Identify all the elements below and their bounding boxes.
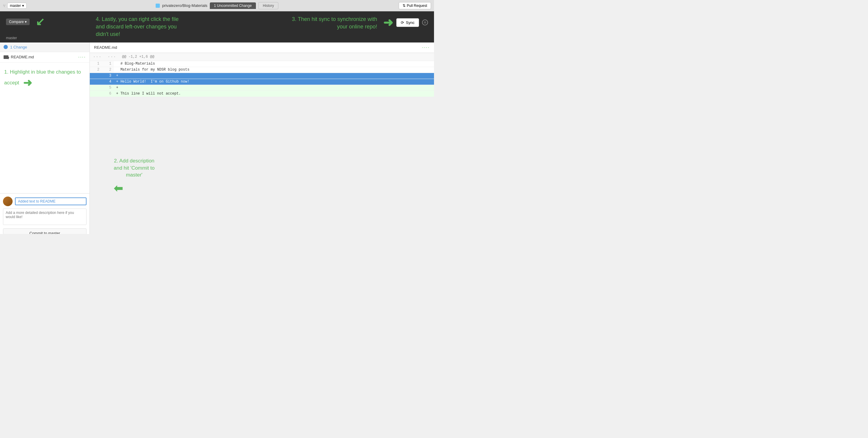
commit-summary-row <box>3 196 87 206</box>
line-num-old-2: 2 <box>90 67 102 73</box>
master-label: master <box>6 36 17 40</box>
diff-area: README.md ···· ··· ··· @@ -1,2 +1,6 @@ 1… <box>90 42 434 234</box>
file-list-item[interactable]: README.md ···· <box>0 52 90 63</box>
step4-annotation: 4. Lastly, you can right click the file … <box>90 15 194 38</box>
diff-header: README.md ···· <box>90 42 434 53</box>
step3-annotation: 3. Then hit sync to synchronize with you… <box>287 15 377 31</box>
pull-request-label: Pull Request <box>407 4 427 8</box>
line-num-old-1: 1 <box>90 61 102 67</box>
line-content-2: Materials for my NDSR blog posts <box>114 67 434 73</box>
step2-arrow: ⬅ <box>114 181 154 196</box>
pull-request-icon: ⇅ <box>403 4 406 8</box>
avatar-image <box>3 196 12 206</box>
branch-icon: ⑂ <box>3 3 5 8</box>
changes-icon <box>4 45 8 49</box>
branch-dropdown[interactable]: master ▾ <box>7 3 27 9</box>
commit-to-master-button[interactable]: Commit to master <box>3 228 87 234</box>
user-avatar <box>3 196 12 206</box>
file-context-menu-icon[interactable]: ···· <box>78 55 86 60</box>
step1-annotation: 1. Highlight in blue the changes to acce… <box>0 63 90 193</box>
diff-line-6: 6 + This line I will not accept. <box>90 91 434 97</box>
diff-line-3: 3 + <box>90 73 434 79</box>
step2-line1: 2. Add description <box>114 157 154 164</box>
commit-summary-input[interactable] <box>15 197 87 205</box>
tutorial-left: Compare ▾ ↙ <box>6 15 90 28</box>
branch-name: master <box>10 4 21 8</box>
title-bar-right: ⇅ Pull Request <box>399 2 431 9</box>
line-content-1: # Blog-Materials <box>114 61 434 67</box>
file-icon <box>4 55 8 59</box>
file-name: README.md <box>11 55 34 59</box>
repo-folder-icon <box>156 4 160 8</box>
step2-annotation: 2. Add description and hit 'Commit to ma… <box>114 157 154 196</box>
line-num-new-3: 3 <box>102 73 114 79</box>
sidebar: 1 Change README.md ···· 1. Highlight in … <box>0 42 90 234</box>
arrow-left-step2-icon: ⬅ <box>114 182 123 194</box>
changes-count: 1 Change <box>10 45 27 50</box>
pull-request-button[interactable]: ⇅ Pull Request <box>399 2 431 9</box>
diff-content: ··· ··· @@ -1,2 +1,6 @@ 1 1 # Blog-Mater… <box>90 53 434 97</box>
branch-chevron: ▾ <box>22 4 24 8</box>
arrow-right-annotation-icon: ➜ <box>23 75 32 90</box>
line-num-old-3 <box>90 73 102 79</box>
tutorial-banner: Compare ▾ ↙ 4. Lastly, you can right cli… <box>0 11 434 42</box>
diff-range-dots-left: ··· <box>93 54 101 60</box>
title-bar-left: ⑂ master ▾ <box>3 3 27 9</box>
line-num-new-6: 6 <box>102 91 114 97</box>
line-num-new-2: 2 <box>102 67 114 73</box>
diff-line-4: 4 + Hello World! I'm on Github now! <box>90 79 434 85</box>
commit-description-textarea[interactable] <box>3 209 87 225</box>
arrow-right-sync-icon: ➜ <box>383 15 393 29</box>
title-bar: ⑂ master ▾ privatezero/Blog-Materials 1 … <box>0 0 434 11</box>
sync-refresh-icon: ⟳ <box>401 20 404 25</box>
diff-line-5: 5 + <box>90 85 434 91</box>
commit-area: Commit to master <box>0 193 90 234</box>
sync-status <box>422 20 428 25</box>
line-num-new-5: 5 <box>102 85 114 91</box>
diff-filename: README.md <box>94 45 117 50</box>
diff-line-1: 1 1 # Blog-Materials <box>90 61 434 67</box>
line-num-old-6 <box>90 91 102 97</box>
sync-label: Sync <box>406 20 414 25</box>
sync-button[interactable]: ⟳ Sync <box>396 18 419 27</box>
line-num-new-4: 4 <box>102 79 114 85</box>
line-num-new-1: 1 <box>102 61 114 67</box>
sidebar-header: 1 Change <box>0 42 90 52</box>
line-content-5: + <box>114 85 434 91</box>
repo-title: privatezero/Blog-Materials <box>162 3 208 8</box>
tab-history[interactable]: History <box>258 2 278 9</box>
line-num-old-4 <box>90 79 102 85</box>
line-num-old-5 <box>90 85 102 91</box>
diff-range-dots-right: ··· <box>107 54 116 60</box>
main-area: 1 Change README.md ···· 1. Highlight in … <box>0 42 434 234</box>
line-content-6: + This line I will not accept. <box>114 91 434 97</box>
sync-indicator-icon <box>422 20 428 25</box>
arrow-down-icon: ↙ <box>36 15 44 28</box>
sync-area: ➜ ⟳ Sync <box>383 15 428 29</box>
compare-button[interactable]: Compare ▾ <box>6 19 30 25</box>
diff-range-header: ··· ··· @@ -1,2 +1,6 @@ <box>90 53 434 61</box>
diff-line-2: 2 2 Materials for my NDSR blog posts <box>90 67 434 73</box>
step2-line2: and hit 'Commit to <box>114 164 154 172</box>
line-content-3: + <box>114 73 434 79</box>
tab-uncommitted[interactable]: 1 Uncommitted Change <box>210 2 256 9</box>
title-bar-center: privatezero/Blog-Materials 1 Uncommitted… <box>156 2 278 9</box>
diff-context-menu-icon[interactable]: ···· <box>422 45 430 50</box>
step2-line3: master' <box>114 171 154 179</box>
line-content-4: + Hello World! I'm on Github now! <box>114 79 434 85</box>
diff-range-info: @@ -1,2 +1,6 @@ <box>122 55 154 59</box>
